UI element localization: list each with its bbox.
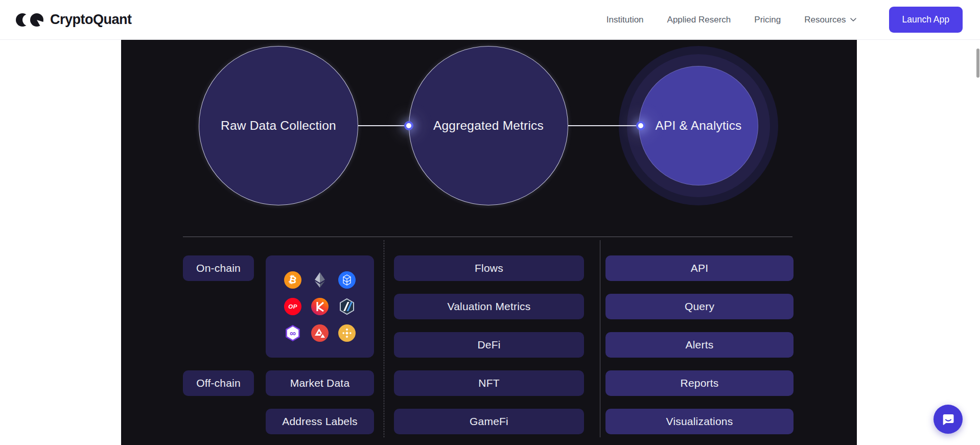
stage-label: Raw Data Collection — [221, 119, 336, 133]
connector-dot — [404, 121, 413, 130]
chip-nft: NFT — [394, 370, 584, 396]
nav-resources-label: Resources — [804, 15, 846, 25]
nav-institution[interactable]: Institution — [606, 15, 644, 25]
nav-resources[interactable]: Resources — [804, 15, 856, 25]
chip-valuation-metrics: Valuation Metrics — [394, 294, 584, 319]
chip-gamefi: GameFi — [394, 409, 584, 434]
logo-text: CryptoQuant — [50, 12, 132, 28]
chip-alerts: Alerts — [605, 332, 794, 358]
nav-applied-research[interactable]: Applied Reserch — [667, 15, 731, 25]
cryptoquant-logo[interactable]: CryptoQuant — [16, 12, 132, 28]
chip-market-data: Market Data — [266, 370, 374, 396]
scrollbar-thumb[interactable] — [976, 49, 979, 78]
supported-chains-panel: ₿ — [266, 255, 374, 358]
fantom-icon — [338, 271, 356, 289]
stage-inner-circle: API & Analytics — [639, 66, 758, 185]
chat-bubble-icon — [941, 412, 955, 427]
bitcoin-icon: ₿ — [284, 271, 301, 289]
chat-launcher-button[interactable] — [934, 405, 963, 434]
launch-app-button[interactable]: Launch App — [889, 7, 963, 33]
bnb-chain-icon — [338, 324, 356, 342]
avalanche-icon — [311, 324, 329, 342]
chip-flows: Flows — [394, 255, 584, 281]
chip-visualizations: Visualizations — [605, 409, 794, 434]
stage-label: API & Analytics — [655, 119, 741, 133]
nav-pricing[interactable]: Pricing — [754, 15, 781, 25]
dashed-column-divider — [384, 240, 384, 437]
connector-line — [358, 125, 409, 126]
chip-off-chain: Off-chain — [183, 370, 254, 396]
chip-address-labels: Address Labels — [266, 409, 374, 434]
connector-line — [568, 125, 640, 126]
chevron-down-icon — [850, 18, 856, 21]
optimism-icon: OP — [284, 298, 301, 315]
svg-text:∞: ∞ — [290, 329, 296, 338]
connector-dot — [636, 121, 645, 130]
stage-ring: API & Analytics — [627, 54, 770, 197]
scrollbar-track[interactable] — [976, 0, 980, 445]
solid-column-divider — [600, 240, 600, 437]
chip-query: Query — [605, 294, 794, 319]
data-pipeline-section: Raw Data Collection Aggregated Metrics A… — [121, 40, 857, 445]
chip-api: API — [605, 255, 794, 281]
stage-aggregated-metrics: Aggregated Metrics — [409, 46, 568, 205]
nav-links: Institution Applied Reserch Pricing Reso… — [606, 7, 963, 33]
optimism-symbol: OP — [288, 303, 297, 310]
top-navigation-bar: CryptoQuant Institution Applied Reserch … — [0, 0, 980, 40]
chip-reports: Reports — [605, 370, 794, 396]
klaytn-icon — [311, 298, 329, 315]
chip-on-chain: On-chain — [183, 255, 254, 281]
arbitrum-icon — [338, 298, 356, 315]
polygon-icon: ∞ — [284, 324, 301, 342]
chain-icon-grid: ₿ — [284, 271, 356, 342]
chip-defi: DeFi — [394, 332, 584, 358]
ethereum-icon — [311, 271, 329, 289]
stage-raw-data-collection: Raw Data Collection — [199, 46, 358, 205]
cryptoquant-logo-icon — [16, 12, 45, 28]
bitcoin-symbol: ₿ — [288, 274, 298, 287]
horizontal-divider — [183, 237, 792, 237]
stage-label: Aggregated Metrics — [433, 119, 544, 133]
